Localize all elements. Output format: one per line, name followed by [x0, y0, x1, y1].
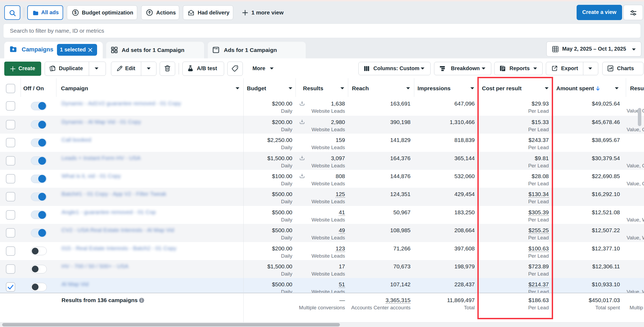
svg-text:$: $ [74, 10, 77, 15]
